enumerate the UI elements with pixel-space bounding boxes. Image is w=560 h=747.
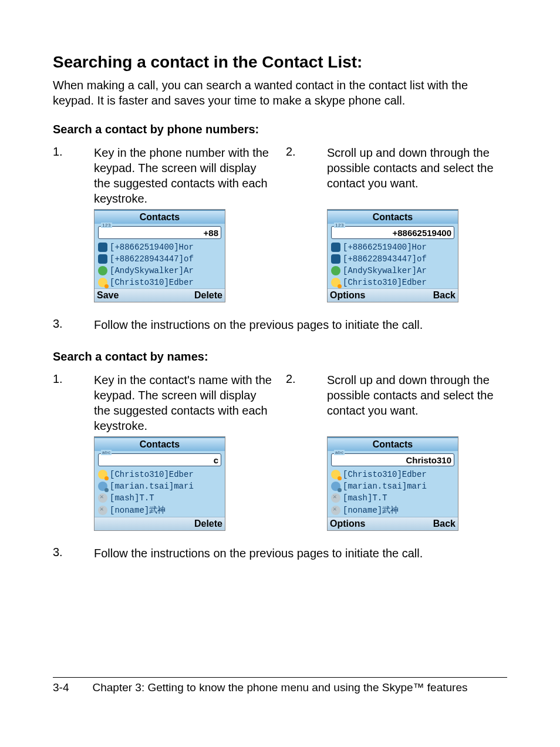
- screen-title: Contacts: [328, 210, 458, 224]
- contact-text: [+886228943447]of: [343, 254, 427, 264]
- phone-icon: [331, 254, 340, 264]
- step-text: Key in the contact's name with the keypa…: [94, 372, 274, 433]
- contact-list[interactable]: [+88662519400]Hor [+886228943447]of [And…: [328, 241, 458, 288]
- input-mode-indicator: 123: [334, 223, 345, 228]
- page-number: 3-4: [53, 681, 69, 694]
- contact-list[interactable]: [Christo310]Edber [marian.tsai]mari [mas…: [328, 469, 458, 517]
- status-dnd-icon: [331, 482, 340, 491]
- step-number: 2.: [286, 372, 327, 433]
- screen-title: Contacts: [95, 210, 225, 224]
- input-value: Christo310: [406, 455, 451, 465]
- input-value: +88: [204, 228, 218, 238]
- status-dnd-icon: [98, 482, 107, 491]
- step-number: 2.: [286, 145, 327, 206]
- input-value: c: [214, 455, 218, 465]
- softkey-right[interactable]: Back: [433, 519, 456, 529]
- softkey-left[interactable]: Options: [330, 519, 365, 529]
- softkey-left[interactable]: Options: [330, 290, 365, 301]
- step-number: 3.: [53, 317, 94, 332]
- input-value: +88662519400: [392, 228, 451, 238]
- status-online-icon: [98, 266, 107, 275]
- chapter-label: Chapter 3: Getting to know the phone men…: [92, 681, 467, 694]
- step-number: 1.: [53, 372, 94, 433]
- status-online-icon: [331, 266, 340, 275]
- step-text: Scroll up and down through the possible …: [327, 372, 507, 433]
- contact-text: [AndySkywalker]Ar: [110, 266, 194, 275]
- input-mode-indicator: abc: [101, 450, 112, 455]
- contact-text: [+88662519400]Hor: [110, 243, 194, 252]
- step-number: 1.: [53, 145, 94, 206]
- step-text: Follow the instructions on the previous …: [94, 317, 423, 332]
- step-number: 3.: [53, 546, 94, 561]
- status-away-icon: [331, 278, 340, 287]
- softkey-right[interactable]: Delete: [194, 290, 222, 301]
- status-away-icon: [331, 470, 340, 479]
- contact-text: [+886228943447]of: [110, 254, 194, 264]
- phone-screenshot: Contacts 123 +88 [+88662519400]Hor [+886…: [94, 209, 225, 302]
- contact-text: [Christo310]Edber: [343, 278, 427, 287]
- contact-text: [noname]武神: [343, 505, 399, 516]
- phone-icon: [331, 243, 340, 252]
- search-input[interactable]: 123 +88: [98, 226, 221, 239]
- search-input[interactable]: abc Christo310: [331, 453, 454, 466]
- input-mode-indicator: abc: [334, 450, 345, 455]
- softkey-left[interactable]: Save: [97, 290, 119, 301]
- input-mode-indicator: 123: [101, 223, 112, 228]
- search-input[interactable]: abc c: [98, 453, 221, 466]
- contact-text: [mash]T.T: [343, 493, 387, 503]
- page-title: Searching a contact in the Contact List:: [53, 53, 507, 72]
- contact-text: [Christo310]Edber: [110, 470, 194, 479]
- section-numbers-heading: Search a contact by phone numbers:: [53, 123, 507, 136]
- status-offline-icon: [331, 493, 340, 503]
- intro-text: When making a call, you can search a wan…: [53, 78, 507, 108]
- screen-title: Contacts: [328, 437, 458, 451]
- screen-title: Contacts: [95, 437, 225, 451]
- softkey-right[interactable]: Back: [433, 290, 456, 301]
- contact-text: [mash]T.T: [110, 493, 154, 503]
- page-footer: 3-4 Chapter 3: Getting to know the phone…: [53, 677, 507, 694]
- status-offline-icon: [331, 506, 340, 515]
- softkey-right[interactable]: Delete: [194, 519, 222, 529]
- contact-text: [noname]武神: [110, 505, 166, 516]
- contact-text: [Christo310]Edber: [110, 278, 194, 287]
- contact-list[interactable]: [Christo310]Edber [marian.tsai]mari [mas…: [95, 469, 225, 517]
- contact-text: [marian.tsai]mari: [343, 482, 427, 491]
- phone-screenshot: Contacts 123 +88662519400 [+88662519400]…: [327, 209, 458, 302]
- phone-screenshot: Contacts abc Christo310 [Christo310]Edbe…: [327, 436, 458, 531]
- status-offline-icon: [98, 493, 107, 503]
- section-names-heading: Search a contact by names:: [53, 350, 507, 364]
- phone-icon: [98, 254, 107, 264]
- phone-icon: [98, 243, 107, 252]
- status-away-icon: [98, 470, 107, 479]
- step-text: Follow the instructions on the previous …: [94, 546, 423, 561]
- search-input[interactable]: 123 +88662519400: [331, 226, 454, 239]
- step-text: Key in the phone number with the keypad.…: [94, 145, 274, 206]
- status-away-icon: [98, 278, 107, 287]
- contact-list[interactable]: [+88662519400]Hor [+886228943447]of [And…: [95, 241, 225, 288]
- step-text: Scroll up and down through the possible …: [327, 145, 507, 206]
- contact-text: [marian.tsai]mari: [110, 482, 194, 491]
- status-offline-icon: [98, 506, 107, 515]
- contact-text: [Christo310]Edber: [343, 470, 427, 479]
- contact-text: [+88662519400]Hor: [343, 243, 427, 252]
- contact-text: [AndySkywalker]Ar: [343, 266, 427, 275]
- phone-screenshot: Contacts abc c [Christo310]Edber [marian…: [94, 436, 225, 531]
